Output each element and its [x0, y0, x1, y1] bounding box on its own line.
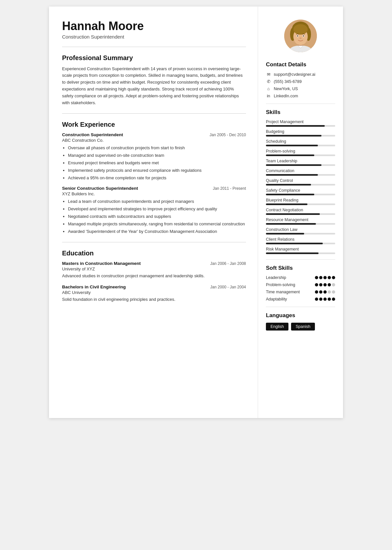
skill-bar-bg [266, 184, 335, 186]
avatar-svg [284, 20, 317, 52]
skill-item-5: Communication [266, 169, 335, 176]
dot [328, 283, 331, 286]
left-column: Hannah Moore Construction Superintendent… [49, 7, 258, 418]
skill-item-4: Team Leadership [266, 159, 335, 166]
skill-bar-fill [266, 145, 318, 146]
summary-divider [62, 113, 246, 114]
education-list: Masters in Construction Management Jan 2… [62, 261, 246, 302]
skill-name: Problem-solving [266, 149, 335, 154]
soft-skill-name: Leadership [266, 275, 286, 280]
contact-text: LinkedIn.com [274, 94, 298, 98]
work-divider [62, 242, 246, 242]
skill-bar-bg [266, 194, 335, 195]
skill-bar-fill [266, 184, 311, 186]
education-title: Education [62, 250, 246, 257]
skill-bar-fill [266, 243, 323, 244]
skill-dots [315, 290, 335, 294]
skill-bar-fill [266, 135, 321, 137]
soft-skill-item-2: Time management [266, 290, 335, 294]
soft-skill-item-3: Adaptability [266, 297, 335, 301]
skill-bar-bg [266, 252, 335, 254]
work-experience-title: Work Experience [62, 121, 246, 128]
skill-name: Blueprint Reading [266, 198, 335, 202]
job-company: ABC Construction Co. [62, 138, 246, 143]
languages-section: Languages EnglishSpanish [266, 312, 335, 331]
skill-bar-fill [266, 203, 307, 205]
contact-icon: ✆ [266, 79, 271, 84]
education-section: Education Masters in Construction Manage… [62, 250, 246, 302]
skill-item-1: Budgeting [266, 129, 335, 137]
svg-point-11 [300, 38, 302, 39]
contact-icon: ✉ [266, 72, 271, 77]
skill-bar-bg [266, 243, 335, 244]
job-title: Construction Superintendent [62, 132, 123, 137]
resume-page: Hannah Moore Construction Superintendent… [49, 7, 343, 418]
dot [315, 283, 318, 286]
svg-point-6 [293, 24, 308, 35]
dot [328, 298, 331, 301]
dot [323, 290, 327, 294]
soft-skill-item-1: Problem-solving [266, 283, 335, 287]
skill-bar-bg [266, 135, 335, 137]
soft-skills-list: Leadership Problem-solving Time manageme… [266, 275, 335, 301]
skill-bar-fill [266, 252, 318, 254]
contact-item-0: ✉ support@cvdesigner.ai [266, 72, 335, 77]
edu-school: University of XYZ [62, 267, 246, 271]
job-bullets: Lead a team of construction superintende… [68, 198, 246, 235]
avatar [284, 20, 317, 52]
job-company: XYZ Builders Inc. [62, 191, 246, 196]
skill-item-0: Project Management [266, 120, 335, 127]
list-item: Ensured project timelines and budgets we… [68, 160, 246, 167]
skill-item-6: Quality Control [266, 178, 335, 186]
soft-skills-divider [266, 307, 335, 307]
candidate-title: Construction Superintendent [62, 34, 246, 40]
skills-list: Project Management Budgeting Scheduling … [266, 120, 335, 254]
contact-icon: in [266, 93, 271, 98]
skill-bar-bg [266, 174, 335, 176]
soft-skill-item-0: Leadership [266, 275, 335, 280]
skill-item-13: Risk Management [266, 247, 335, 254]
list-item: Implemented safety protocols and ensured… [68, 167, 246, 174]
skill-name: Safety Compliance [266, 188, 335, 193]
skill-bar-bg [266, 203, 335, 205]
jobs-list: Construction Superintendent Jan 2005 - D… [62, 132, 246, 235]
skill-name: Scheduling [266, 139, 335, 144]
edu-degree: Masters in Construction Management [62, 261, 141, 266]
dot [332, 290, 335, 294]
skill-bar-bg [266, 164, 335, 166]
edu-description: Solid foundation in civil engineering pr… [62, 296, 246, 303]
contact-section: Contact Details ✉ support@cvdesigner.ai … [266, 61, 335, 98]
dot [323, 298, 327, 301]
dot [323, 276, 327, 279]
dot [328, 276, 331, 279]
contact-list: ✉ support@cvdesigner.ai ✆ (555) 345-6789… [266, 72, 335, 98]
skill-dots [315, 276, 335, 279]
skill-bar-fill [266, 154, 314, 156]
list-item: Achieved a 95% on-time completion rate f… [68, 175, 246, 182]
soft-skill-name: Problem-solving [266, 283, 295, 287]
skill-name: Communication [266, 169, 335, 173]
job-dates: Jan 2005 - Dec 2010 [210, 133, 246, 137]
summary-title: Professional Summary [62, 54, 246, 62]
edu-degree: Bachelors in Civil Engineering [62, 284, 126, 289]
svg-point-9 [297, 35, 298, 37]
skill-bar-fill [266, 233, 304, 235]
dot [332, 298, 335, 301]
list-item: Negotiated contracts with subcontractors… [68, 213, 246, 220]
job-dates: Jan 2011 - Present [213, 186, 246, 191]
soft-skills-section: Soft Skills Leadership Problem-solving T… [266, 265, 335, 301]
skill-name: Client Relations [266, 237, 335, 242]
job-item-0: Construction Superintendent Jan 2005 - D… [62, 132, 246, 181]
svg-point-10 [303, 35, 304, 37]
skill-bar-bg [266, 213, 335, 215]
job-bullets: Oversaw all phases of construction proje… [68, 145, 246, 181]
work-experience-section: Work Experience Construction Superintend… [62, 121, 246, 235]
soft-skill-name: Time management [266, 290, 300, 294]
dot [319, 283, 322, 286]
edu-dates: Jan 2006 - Jan 2008 [210, 261, 246, 266]
list-item: Managed and supervised on-site construct… [68, 152, 246, 159]
skill-item-8: Blueprint Reading [266, 198, 335, 205]
right-column: Contact Details ✉ support@cvdesigner.ai … [258, 7, 343, 418]
education-item-1: Bachelors in Civil Engineering Jan 2000 … [62, 284, 246, 303]
education-item-0: Masters in Construction Management Jan 2… [62, 261, 246, 279]
